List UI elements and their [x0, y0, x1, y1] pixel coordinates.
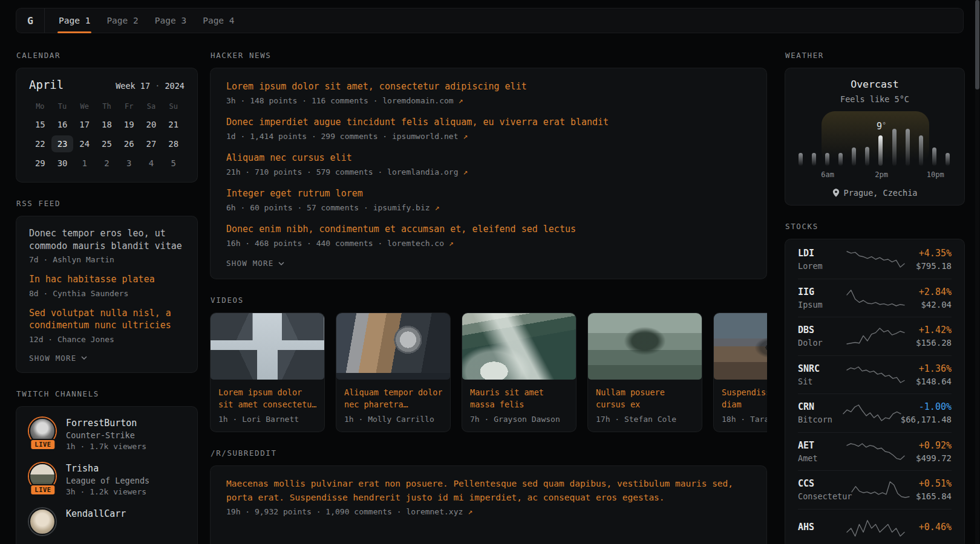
twitch-widget: LIVE ForrestBurton Counter-Strike 1h · 1… — [16, 406, 198, 544]
tab-page-2[interactable]: Page 2 — [105, 8, 139, 33]
video-title[interactable]: Aliquam tempor dolor nec pharetra… — [344, 386, 442, 410]
calendar-day-selected[interactable]: 23 — [51, 135, 74, 152]
hackernews-item-title[interactable]: Donec enim nibh, condimentum et accumsan… — [226, 223, 751, 236]
calendar-weekday: Sa — [140, 99, 163, 114]
hackernews-show-more-button[interactable]: SHOW MORE — [226, 259, 284, 268]
calendar-day[interactable]: 2 — [96, 155, 118, 172]
video-meta: 17h · Stefan Cole — [596, 415, 694, 424]
video-thumbnail[interactable] — [588, 313, 702, 380]
hackernews-item-meta: 6h · 60 points · 57 comments · ipsumify.… — [226, 202, 751, 213]
calendar-widget-label: CALENDAR — [16, 51, 198, 60]
video-thumbnail[interactable] — [211, 313, 324, 380]
stock-row[interactable]: DBS Dolor +1.42% $156.28 — [798, 317, 952, 355]
weather-bar — [825, 153, 829, 166]
video-meta: 1h · Molly Carrillo — [344, 415, 442, 424]
rss-item-title[interactable]: Sed volutpat nulla nisl, a condimentum n… — [29, 307, 185, 332]
hackernews-item-title[interactable]: Aliquam nec cursus elit — [226, 152, 751, 164]
stock-row[interactable]: AET Amet +0.92% $499.72 — [798, 432, 952, 471]
rss-widget: Donec tempor eros leo, ut commodo mauris… — [16, 216, 198, 373]
external-link-icon: ↗ — [459, 96, 463, 105]
hackernews-item: Donec imperdiet augue tincidunt felis al… — [226, 116, 751, 142]
twitch-avatar[interactable]: LIVE — [29, 418, 57, 445]
calendar-day[interactable]: 26 — [118, 135, 140, 152]
stock-price: $42.04 — [904, 300, 952, 309]
tab-page-3[interactable]: Page 3 — [154, 8, 188, 33]
stock-row[interactable]: LDI Lorem +4.35% $795.18 — [798, 240, 952, 279]
stock-row[interactable]: CCS Consectetur +0.51% $165.84 — [798, 470, 952, 509]
stock-change: +1.36% — [904, 363, 952, 374]
subreddit-post-meta: 19h · 9,932 points · 1,090 comments · lo… — [226, 506, 751, 517]
video-title[interactable]: Lorem ipsum dolor sit amet consectetu… — [218, 386, 316, 410]
rss-widget-label: RSS FEED — [16, 199, 198, 208]
twitch-channel-name[interactable]: Trisha — [66, 463, 149, 474]
stock-change: +0.51% — [909, 478, 952, 489]
subreddit-widget: Maecenas mollis pulvinar erat non posuer… — [210, 465, 767, 544]
stock-row[interactable]: CRN Bitcorn -1.00% $66,171.48 — [798, 393, 952, 432]
stock-row[interactable]: IIG Ipsum +2.84% $42.04 — [798, 279, 952, 317]
stock-sparkline — [847, 518, 904, 539]
video-card: Mauris sit amet massa felis 7h · Grayson… — [462, 312, 577, 432]
rss-item-meta: 8d · Cynthia Saunders — [29, 288, 185, 299]
stock-symbol: AET — [798, 440, 847, 451]
calendar-day[interactable]: 22 — [29, 135, 51, 152]
calendar-day[interactable]: 15 — [29, 116, 51, 133]
calendar-day[interactable]: 27 — [140, 135, 163, 152]
calendar-day[interactable]: 21 — [162, 116, 185, 133]
twitch-channel: LIVE Trisha League of Legends 3h · 1.2k … — [29, 463, 185, 496]
weather-bar — [812, 153, 816, 166]
calendar-day[interactable]: 19 — [118, 116, 140, 133]
calendar-day[interactable]: 25 — [96, 135, 118, 152]
scrollbar-thumb[interactable] — [975, 0, 979, 89]
weather-hour-label: 6am — [821, 170, 834, 179]
calendar-day[interactable]: 16 — [51, 116, 74, 133]
rss-item-title[interactable]: Donec tempor eros leo, ut commodo mauris… — [29, 227, 185, 252]
app-logo[interactable]: G — [16, 8, 45, 33]
calendar-day[interactable]: 24 — [73, 135, 96, 152]
hackernews-item-title[interactable]: Donec imperdiet augue tincidunt felis al… — [226, 116, 751, 129]
calendar-day[interactable]: 20 — [140, 116, 163, 133]
stock-change: +4.35% — [904, 248, 952, 259]
calendar-day[interactable]: 18 — [96, 116, 118, 133]
hackernews-widget: Lorem ipsum dolor sit amet, consectetur … — [210, 68, 767, 279]
subreddit-post-title[interactable]: Maecenas mollis pulvinar erat non posuer… — [226, 477, 751, 504]
calendar-day[interactable]: 29 — [29, 155, 51, 172]
hackernews-item-title[interactable]: Integer eget rutrum lorem — [226, 187, 751, 200]
hackernews-item-title[interactable]: Lorem ipsum dolor sit amet, consectetur … — [226, 80, 751, 93]
calendar-day[interactable]: 17 — [73, 116, 96, 133]
calendar-day[interactable]: 3 — [118, 155, 140, 172]
stock-price: $148.64 — [904, 377, 952, 386]
videos-widget: Lorem ipsum dolor sit amet consectetu… 1… — [210, 312, 767, 432]
twitch-channel-name[interactable]: ForrestBurton — [66, 418, 146, 429]
stock-row[interactable]: SNRC Sit +1.36% $148.64 — [798, 355, 952, 394]
stocks-widget-label: STOCKS — [785, 222, 965, 231]
calendar-day[interactable]: 4 — [140, 155, 163, 172]
video-title[interactable]: Nullam posuere cursus ex — [596, 386, 694, 410]
stock-company: Consectetur — [798, 491, 852, 501]
video-title[interactable]: Suspendisse diam — [722, 386, 767, 410]
videos-widget-label: VIDEOS — [211, 296, 767, 305]
tab-page-1[interactable]: Page 1 — [57, 8, 91, 33]
calendar-day[interactable]: 1 — [73, 155, 96, 172]
twitch-channel-name[interactable]: KendallCarr — [66, 508, 126, 519]
tab-page-4[interactable]: Page 4 — [201, 8, 235, 33]
video-meta: 18h · Tara — [722, 415, 767, 424]
stock-row[interactable]: AHS +0.46% — [798, 509, 952, 544]
video-thumbnail[interactable] — [714, 313, 767, 380]
video-title[interactable]: Mauris sit amet massa felis — [470, 386, 568, 410]
calendar-day[interactable]: 28 — [162, 135, 185, 152]
rss-item: Donec tempor eros leo, ut commodo mauris… — [29, 227, 185, 265]
video-card: Nullam posuere cursus ex 17h · Stefan Co… — [587, 312, 702, 432]
video-thumbnail[interactable] — [462, 313, 576, 380]
rss-item: Sed volutpat nulla nisl, a condimentum n… — [29, 307, 185, 345]
stock-sparkline — [847, 441, 904, 462]
twitch-avatar[interactable] — [29, 508, 57, 536]
twitch-avatar[interactable]: LIVE — [29, 463, 57, 491]
rss-show-more-button[interactable]: SHOW MORE — [29, 354, 87, 363]
weather-bar — [852, 147, 856, 166]
twitch-list: LIVE ForrestBurton Counter-Strike 1h · 1… — [29, 418, 185, 536]
video-thumbnail[interactable] — [336, 313, 450, 380]
calendar-day[interactable]: 30 — [51, 155, 74, 172]
calendar-day[interactable]: 5 — [162, 155, 185, 172]
rss-item-title[interactable]: In hac habitasse platea — [29, 273, 185, 286]
hackernews-item: Donec enim nibh, condimentum et accumsan… — [226, 223, 751, 249]
